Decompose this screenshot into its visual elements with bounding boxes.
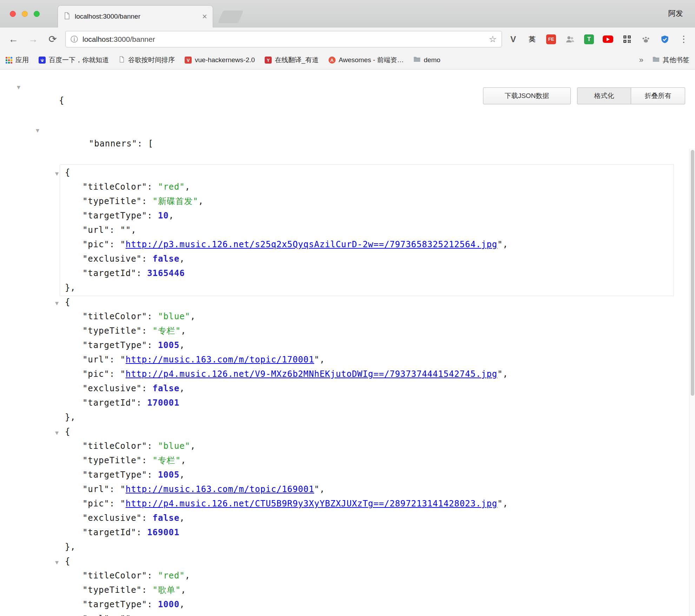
bookmark-label: 其他书签 — [663, 55, 689, 65]
awesomes-icon: A — [329, 57, 336, 64]
page-info-icon[interactable]: ⓘ — [71, 34, 78, 44]
json-property: "typeTitle": "专栏", — [82, 453, 684, 468]
tab-title: localhost:3000/banner — [75, 13, 198, 20]
json-url-link[interactable]: http://p4.music.126.net/CTU5B9R9y3XyYBZX… — [126, 499, 497, 509]
shield-t-extension-icon[interactable]: T — [583, 34, 595, 45]
bookmark-label: demo — [424, 56, 441, 64]
json-object-close: }, — [65, 410, 684, 425]
json-object-open: { — [65, 295, 684, 309]
json-property: "exclusive": false, — [82, 252, 674, 266]
page-favicon-icon — [64, 12, 71, 21]
json-property: "targetType": 1005, — [82, 468, 684, 482]
bookmark-awesomes[interactable]: A Awesomes - 前端资… — [329, 55, 404, 65]
json-property: "typeTitle": "专栏", — [82, 324, 684, 338]
page-icon — [119, 56, 125, 65]
json-property: "typeTitle": "新碟首发", — [82, 194, 674, 209]
json-object: {"titleColor": "red","typeTitle": "新碟首发"… — [60, 164, 674, 296]
shield-check-extension-icon[interactable] — [659, 34, 670, 45]
json-property: "exclusive": false, — [82, 511, 684, 525]
bookmark-label: Awesomes - 前端资… — [339, 55, 404, 65]
scrollbar-thumb[interactable] — [691, 150, 694, 396]
json-property: "url": "", — [82, 612, 684, 616]
youtube-extension-icon[interactable] — [602, 34, 614, 45]
expander-icon[interactable] — [34, 122, 41, 138]
url-host: localhost — [82, 35, 112, 43]
new-tab-button[interactable] — [218, 11, 244, 23]
vue-icon: V — [185, 57, 192, 64]
json-property: "titleColor": "red", — [82, 569, 684, 583]
json-object-open: { — [65, 165, 674, 180]
page-content: 下载JSON数据 格式化 折叠所有 { "banners": [ {"title… — [0, 79, 695, 616]
json-viewer: { "banners": [ {"titleColor": "red","typ… — [0, 79, 695, 616]
json-property: "pic": "http://p3.music.126.net/s25q2x5Q… — [82, 237, 674, 252]
translate-extension-icon[interactable]: 英 — [527, 34, 538, 45]
json-object: {"titleColor": "blue","typeTitle": "专栏",… — [65, 295, 684, 425]
json-property: "targetId": 170001 — [82, 396, 684, 410]
json-url-link[interactable]: http://p4.music.126.net/V9-MXz6b2MNhEKju… — [126, 369, 497, 379]
json-property: "titleColor": "blue", — [82, 439, 684, 453]
back-button[interactable]: ← — [6, 32, 21, 47]
json-url-link[interactable]: http://music.163.com/m/topic/169001 — [126, 484, 314, 494]
forward-button[interactable]: → — [25, 32, 41, 47]
json-property: "url": "", — [82, 223, 674, 237]
bookmarks-bar: 应用 百度一下，你就知道 谷歌按时间排序 V vue-hackernews-2.… — [0, 51, 695, 70]
json-property: "typeTitle": "歌单", — [82, 583, 684, 597]
bookmark-star-icon[interactable]: ☆ — [489, 34, 497, 44]
folder-icon — [413, 56, 421, 64]
bookmark-google-sort[interactable]: 谷歌按时间排序 — [119, 55, 175, 65]
json-property: "targetType": 1005, — [82, 338, 684, 353]
json-property: "targetId": 3165446 — [82, 266, 674, 281]
expander-icon[interactable] — [53, 554, 60, 570]
window-titlebar: localhost:3000/banner × 阿发 — [0, 0, 695, 27]
close-window-button[interactable] — [10, 11, 16, 17]
vertical-scrollbar[interactable] — [689, 149, 695, 616]
expander-icon[interactable] — [15, 79, 22, 94]
expander-icon[interactable] — [53, 425, 60, 440]
traffic-lights — [10, 11, 40, 17]
expander-icon[interactable] — [53, 295, 60, 310]
paw-extension-icon[interactable] — [640, 34, 651, 45]
json-property: "targetType": 10, — [82, 209, 674, 223]
accounts-extension-icon[interactable] — [564, 34, 576, 45]
json-object-open: { — [65, 425, 684, 439]
json-object-close: }, — [65, 540, 684, 554]
bookmark-label: 应用 — [15, 55, 29, 65]
bookmark-vue-hackernews[interactable]: V vue-hackernews-2.0 — [185, 56, 255, 64]
url-path: :3000/banner — [112, 35, 155, 43]
baidu-paw-icon — [39, 57, 46, 64]
bookmark-baidu[interactable]: 百度一下，你就知道 — [39, 55, 109, 65]
json-property: "targetId": 169001 — [82, 525, 684, 540]
bookmark-label: 谷歌按时间排序 — [128, 55, 175, 65]
tab-close-icon[interactable]: × — [202, 12, 207, 21]
fullscreen-window-button[interactable] — [34, 11, 40, 17]
minimize-window-button[interactable] — [22, 11, 28, 17]
json-object-close: }, — [65, 281, 674, 295]
json-object: {"titleColor": "red","typeTitle": "歌单","… — [65, 554, 684, 616]
browser-menu-icon[interactable]: ⋮ — [678, 34, 689, 45]
expander-icon[interactable] — [53, 165, 60, 181]
json-property: "titleColor": "red", — [82, 180, 674, 194]
fehelper-extension-icon[interactable]: FE — [545, 34, 557, 45]
bookmark-demo-folder[interactable]: demo — [413, 56, 441, 64]
json-url-link[interactable]: http://p3.music.126.net/s25q2x5QyqsAzilC… — [126, 240, 497, 249]
browser-tab[interactable]: localhost:3000/banner × — [58, 5, 213, 27]
bookmark-label: 在线翻译_有道 — [275, 55, 319, 65]
json-property: "pic": "http://p4.music.126.net/V9-MXz6b… — [82, 367, 684, 381]
json-array-objects: {"titleColor": "red","typeTitle": "新碟首发"… — [46, 164, 684, 616]
qrcode-extension-icon[interactable] — [621, 34, 633, 45]
url-text: localhost:3000/banner — [82, 35, 155, 44]
reload-button[interactable]: ⟳ — [45, 32, 60, 47]
bookmark-other-bookmarks[interactable]: 其他书签 — [653, 55, 689, 65]
json-property: "targetType": 1000, — [82, 597, 684, 612]
json-key: "banners" — [89, 139, 137, 149]
address-bar[interactable]: ⓘ localhost:3000/banner ☆ — [65, 31, 502, 47]
json-property: "titleColor": "blue", — [82, 309, 684, 324]
json-url-link[interactable]: http://music.163.com/m/topic/170001 — [126, 355, 314, 365]
json-object: {"titleColor": "blue","typeTitle": "专栏",… — [65, 425, 684, 554]
bookmarks-overflow-chevron[interactable]: » — [639, 55, 643, 65]
bookmark-label: 百度一下，你就知道 — [49, 55, 109, 65]
vimium-extension-icon[interactable]: V — [508, 34, 519, 45]
json-property: "pic": "http://p4.music.126.net/CTU5B9R9… — [82, 497, 684, 511]
bookmark-apps[interactable]: 应用 — [6, 55, 29, 65]
bookmark-youdao[interactable]: Y 在线翻译_有道 — [265, 55, 319, 65]
